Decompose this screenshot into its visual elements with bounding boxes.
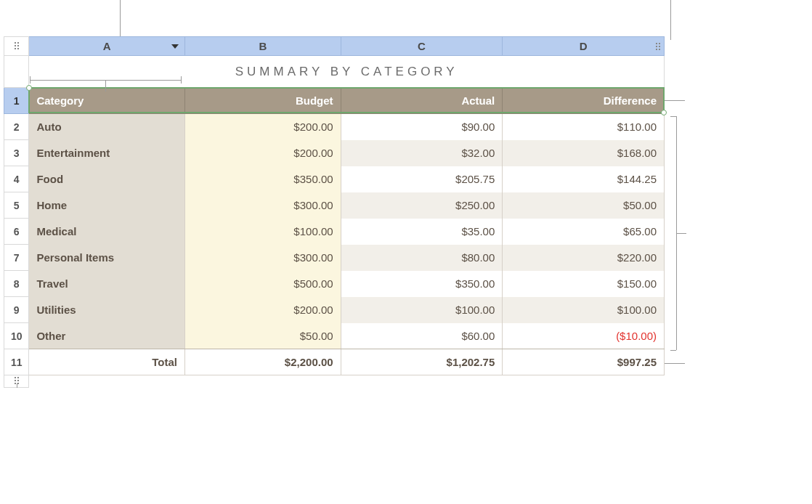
row-number[interactable]: 5 <box>4 192 29 219</box>
cell-budget[interactable]: $50.00 <box>185 323 341 349</box>
header-actual[interactable]: Actual <box>341 88 503 114</box>
table-row: 10Other$50.00$60.00($10.00) <box>4 323 665 349</box>
cell-category[interactable]: Other <box>29 323 185 349</box>
cell-difference[interactable]: $150.00 <box>503 271 665 297</box>
column-header-B[interactable]: B <box>185 37 341 56</box>
column-header-C[interactable]: C <box>341 37 503 56</box>
callout-leader <box>105 80 106 92</box>
cell-budget[interactable]: $300.00 <box>185 192 341 219</box>
footer-actual[interactable]: $1,202.75 <box>341 349 503 375</box>
callout-leader <box>670 116 676 117</box>
cell-actual[interactable]: $60.00 <box>341 323 503 349</box>
cell-actual[interactable]: $35.00 <box>341 219 503 245</box>
header-row: 1 Category Budget Actual Difference <box>4 88 665 114</box>
table-row: 5Home$300.00$250.00$50.00 <box>4 192 665 219</box>
title-row: SUMMARY BY CATEGORY <box>4 56 665 88</box>
column-letter: C <box>418 40 426 52</box>
cell-actual[interactable]: $100.00 <box>341 297 503 323</box>
cell-budget[interactable]: $300.00 <box>185 245 341 271</box>
cell-difference[interactable]: $168.00 <box>503 140 665 166</box>
cell-actual[interactable]: $350.00 <box>341 271 503 297</box>
cell-category[interactable]: Entertainment <box>29 140 185 166</box>
cell-category[interactable]: Home <box>29 192 185 219</box>
cell-difference[interactable]: $50.00 <box>503 192 665 219</box>
column-letter: B <box>259 40 267 52</box>
cell-category[interactable]: Auto <box>29 114 185 140</box>
cell-budget[interactable]: $350.00 <box>185 166 341 192</box>
row-number[interactable]: 9 <box>4 297 29 323</box>
drag-grip-icon <box>14 41 20 50</box>
column-header-A[interactable]: A <box>29 37 185 56</box>
row-number[interactable]: 4 <box>4 166 29 192</box>
corner-handle[interactable] <box>4 37 29 56</box>
table-row: 7Personal Items$300.00$80.00$220.00 <box>4 245 665 271</box>
row-number[interactable]: 10 <box>4 323 29 349</box>
cell-actual[interactable]: $80.00 <box>341 245 503 271</box>
callout-leader <box>670 0 671 40</box>
cell-budget[interactable]: $100.00 <box>185 219 341 245</box>
cell-category[interactable]: Medical <box>29 219 185 245</box>
spreadsheet-table: A B C D SUMMARY BY CATEGORY 1 Category B… <box>4 36 665 388</box>
cell-actual[interactable]: $250.00 <box>341 192 503 219</box>
table-row: 8Travel$500.00$350.00$150.00 <box>4 271 665 297</box>
column-letter: A <box>103 40 111 52</box>
cell-budget[interactable]: $200.00 <box>185 140 341 166</box>
cell-category[interactable]: Personal Items <box>29 245 185 271</box>
table-row: 3Entertainment$200.00$32.00$168.00 <box>4 140 665 166</box>
row-number[interactable]: 1 <box>4 88 29 114</box>
cell-category[interactable]: Travel <box>29 271 185 297</box>
callout-leader <box>676 233 686 234</box>
table-row: 9Utilities$200.00$100.00$100.00 <box>4 297 665 323</box>
table-row: 6Medical$100.00$35.00$65.00 <box>4 219 665 245</box>
callout-leader <box>670 350 676 351</box>
header-budget[interactable]: Budget <box>185 88 341 114</box>
footer-budget[interactable]: $2,200.00 <box>185 349 341 375</box>
row-number[interactable]: 6 <box>4 219 29 245</box>
column-menu-icon[interactable] <box>171 44 179 49</box>
header-category[interactable]: Category <box>29 88 185 114</box>
add-row-handle[interactable] <box>4 375 665 388</box>
cell-actual[interactable]: $205.75 <box>341 166 503 192</box>
footer-label[interactable]: Total <box>29 349 185 375</box>
callout-leader <box>17 383 17 388</box>
cell-actual[interactable]: $90.00 <box>341 114 503 140</box>
row-number[interactable]: 8 <box>4 271 29 297</box>
row-number[interactable]: 7 <box>4 245 29 271</box>
row-number[interactable]: 11 <box>4 349 29 375</box>
row-number-blank[interactable] <box>4 56 29 88</box>
callout-leader <box>120 0 121 36</box>
row-number[interactable]: 3 <box>4 140 29 166</box>
table-title[interactable]: SUMMARY BY CATEGORY <box>29 56 665 88</box>
cell-actual[interactable]: $32.00 <box>341 140 503 166</box>
footer-difference[interactable]: $997.25 <box>503 349 665 375</box>
cell-category[interactable]: Utilities <box>29 297 185 323</box>
callout-leader <box>181 76 182 84</box>
callout-leader <box>30 76 31 84</box>
cell-difference[interactable]: ($10.00) <box>503 323 665 349</box>
cell-difference[interactable]: $100.00 <box>503 297 665 323</box>
table-row: 2Auto$200.00$90.00$110.00 <box>4 114 665 140</box>
table-row: 4Food$350.00$205.75$144.25 <box>4 166 665 192</box>
callout-leader <box>665 100 685 101</box>
cell-category[interactable]: Food <box>29 166 185 192</box>
footer-row: 11 Total $2,200.00 $1,202.75 $997.25 <box>4 349 665 375</box>
cell-difference[interactable]: $220.00 <box>503 245 665 271</box>
cell-difference[interactable]: $110.00 <box>503 114 665 140</box>
header-difference[interactable]: Difference <box>503 88 665 114</box>
cell-budget[interactable]: $200.00 <box>185 297 341 323</box>
column-header-D[interactable]: D <box>503 37 665 56</box>
row-number[interactable]: 2 <box>4 114 29 140</box>
cell-difference[interactable]: $65.00 <box>503 219 665 245</box>
cell-budget[interactable]: $500.00 <box>185 271 341 297</box>
column-letter: D <box>580 40 588 52</box>
column-header-row: A B C D <box>4 37 665 56</box>
cell-difference[interactable]: $144.25 <box>503 166 665 192</box>
drag-grip-icon[interactable] <box>655 42 661 51</box>
callout-leader <box>665 363 685 364</box>
cell-budget[interactable]: $200.00 <box>185 114 341 140</box>
